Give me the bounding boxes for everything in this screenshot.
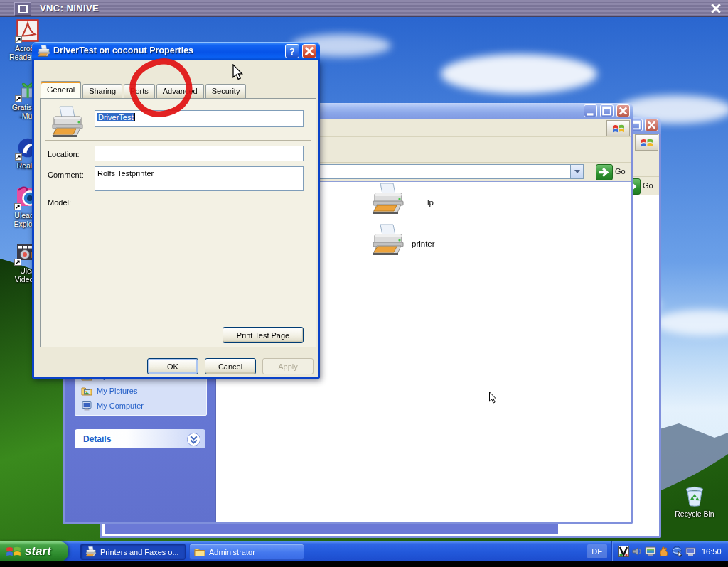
system-tray: 16:50 (611, 541, 728, 561)
acrobat-reader-icon (16, 19, 39, 42)
folder-icon (194, 546, 205, 557)
icon-label: Recycle Bin (671, 509, 718, 518)
vnc-system-menu-button[interactable] (14, 2, 31, 16)
go-label: Go (615, 167, 626, 176)
printer-item-lp[interactable]: lp (371, 183, 434, 215)
shortcut-arrow-icon (15, 95, 22, 102)
location-field[interactable] (95, 146, 304, 161)
shortcut-arrow-icon (14, 259, 21, 266)
windows-logo (606, 120, 630, 136)
printer-name-field[interactable]: DriverTest (95, 110, 304, 127)
computer-icon (81, 401, 92, 411)
apply-button[interactable]: Apply (262, 358, 314, 374)
ok-button[interactable]: OK (147, 358, 198, 374)
dialog-title: DriverTest on coconut Properties (53, 45, 193, 55)
location-label: Location: (48, 150, 80, 158)
dropdown-button[interactable] (570, 165, 583, 178)
printer-icon (371, 183, 405, 215)
sidebar-item-my-pictures[interactable]: My Pictures (75, 383, 206, 398)
selected-text: DriverTest (97, 113, 134, 122)
vnc-close-icon[interactable] (710, 3, 722, 14)
task-pane-bottom (105, 523, 558, 534)
shortcut-arrow-icon (15, 153, 22, 161)
task-label: Administrator (209, 548, 255, 556)
display-settings-icon[interactable] (645, 546, 656, 557)
taskbar-clock: 16:50 (702, 547, 722, 556)
model-label: Model: (48, 198, 71, 207)
chevron-down-icon (574, 170, 580, 176)
tab-ports[interactable]: Ports (124, 84, 155, 98)
vnc-tray-icon[interactable] (618, 546, 629, 557)
recycle-bin-icon (684, 485, 705, 507)
go-label: Go (643, 181, 653, 190)
minimize-button[interactable] (584, 104, 597, 117)
go-button[interactable] (596, 164, 613, 180)
tab-security[interactable]: Security (205, 84, 247, 98)
tab-general[interactable]: General (41, 81, 81, 98)
printer-item-printer[interactable]: printer (371, 224, 435, 256)
pictures-folder-icon (81, 386, 92, 396)
printer-label: printer (412, 239, 435, 248)
printer-label: lp (427, 198, 434, 207)
taskbar: start Printers and Faxes o... Administra… (0, 541, 728, 561)
vnc-title: VNC: NINIVE (40, 3, 99, 14)
monitor-icon[interactable] (685, 546, 697, 557)
details-panel-header[interactable]: Details (75, 429, 205, 448)
shortcut-arrow-icon (14, 203, 21, 210)
taskbar-button-administrator[interactable]: Administrator (189, 544, 304, 560)
windows-flag-icon (641, 137, 653, 148)
taskbar-button-printers[interactable]: Printers and Faxes o... (80, 544, 186, 560)
printer-icon (85, 546, 97, 557)
shortcut-arrow-icon (15, 36, 22, 43)
window-icon (18, 5, 28, 14)
vnc-titlebar: VNC: NINIVE (0, 0, 728, 17)
tab-sharing[interactable]: Sharing (82, 84, 122, 98)
details-label: Details (83, 434, 111, 444)
printer-icon (38, 45, 50, 58)
close-button[interactable] (645, 119, 658, 131)
print-test-page-button[interactable]: Print Test Page (223, 327, 304, 343)
language-indicator[interactable]: DE (587, 544, 607, 558)
comment-field[interactable]: Rolfs Testprinter (95, 166, 304, 191)
tablet-hand-icon[interactable] (658, 546, 670, 557)
close-button[interactable] (616, 104, 630, 117)
tab-advanced[interactable]: Advanced (156, 84, 204, 98)
comment-label: Comment: (48, 171, 84, 179)
general-tab-page: DriverTest Location: Comment: Rolfs Test… (40, 98, 316, 347)
vnc-viewport: VNC: NINIVE (0, 0, 728, 567)
task-label: Printers and Faxes o... (100, 548, 179, 556)
dialog-titlebar[interactable]: DriverTest on coconut Properties ? (32, 42, 320, 60)
volume-icon[interactable] (631, 546, 643, 557)
windows-logo (635, 134, 658, 151)
close-button[interactable] (302, 44, 316, 58)
start-button[interactable]: start (0, 541, 68, 561)
printer-icon (49, 106, 86, 139)
sidebar-item-my-computer[interactable]: My Computer (75, 398, 206, 413)
printer-icon (371, 224, 405, 256)
windows-flag-icon (6, 544, 21, 558)
separator (45, 140, 311, 141)
text-caret (134, 113, 135, 122)
sidebar-item-label: My Pictures (97, 387, 137, 395)
printer-properties-dialog: DriverTest on coconut Properties ? Gener… (32, 60, 320, 379)
network-globe-icon[interactable] (672, 546, 683, 557)
sidebar-item-label: My Computer (97, 401, 144, 410)
start-label: start (25, 544, 51, 558)
maximize-button[interactable] (600, 104, 614, 117)
help-button[interactable]: ? (285, 44, 299, 58)
chevron-double-down-icon[interactable] (187, 433, 200, 446)
desktop-icon-recycle-bin[interactable]: Recycle Bin (671, 485, 718, 518)
windows-flag-icon (612, 123, 625, 134)
tab-strip: General Sharing Ports Advanced Security (41, 82, 247, 98)
cancel-button[interactable]: Cancel (205, 358, 256, 374)
